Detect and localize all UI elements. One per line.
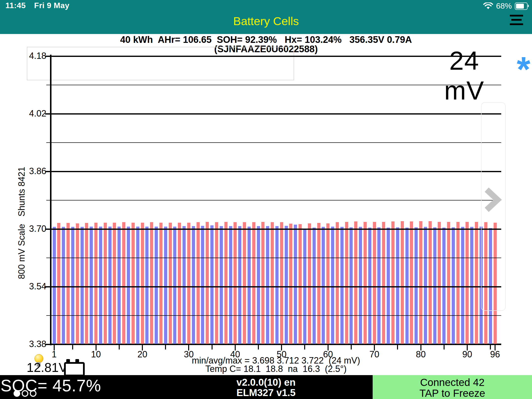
temperature-label: Temp C= 18.1 18.8 na 16.3 (2.5°) xyxy=(51,364,501,374)
x-tick-minor xyxy=(165,345,166,349)
y-tick-label: 4.18 xyxy=(24,51,46,61)
x-tick-minor xyxy=(119,345,120,349)
connection-status-line1: Connected 42 xyxy=(373,377,532,388)
x-tick xyxy=(96,345,97,350)
y-tick-label: 3.86 xyxy=(24,166,46,176)
battery-cells-chart: 800 mV Scale Shunts 8421 4.184.023.863.7… xyxy=(0,0,532,399)
x-tick xyxy=(420,345,421,350)
x-tick-minor xyxy=(351,345,352,349)
y-tick-minor xyxy=(46,258,51,258)
x-tick xyxy=(54,345,55,350)
x-tick-minor xyxy=(490,345,491,349)
x-tick xyxy=(142,345,143,350)
y-tick-minor xyxy=(46,142,51,143)
x-tick xyxy=(281,345,282,350)
y-tick-label: 4.02 xyxy=(24,108,46,119)
x-tick xyxy=(328,345,329,350)
chart-plot-area[interactable] xyxy=(51,56,501,344)
leafspy-battery-cells-screen: 11:45Fri 9 May 68% Battery Cells 40 kWh … xyxy=(0,0,532,399)
y-tick-minor xyxy=(46,315,51,316)
y-tick-minor xyxy=(46,85,51,85)
x-tick xyxy=(235,345,236,350)
y-tick-label: 3.54 xyxy=(24,281,46,292)
y-tick-label: 3.38 xyxy=(24,339,46,349)
x-tick-minor xyxy=(397,345,398,349)
x-tick xyxy=(374,345,375,350)
x-tick-minor xyxy=(212,345,213,349)
x-tick xyxy=(188,345,189,350)
aux-battery-voltage: 12.81V xyxy=(27,360,67,375)
y-axis-title: 800 mV Scale Shunts 8421 xyxy=(17,167,27,279)
x-tick-minor xyxy=(72,345,73,349)
x-tick xyxy=(467,345,468,350)
y-tick-label: 3.70 xyxy=(24,224,46,234)
x-tick-minor xyxy=(304,345,305,349)
y-tick-minor xyxy=(46,200,51,200)
tap-to-freeze-label: TAP to Freeze xyxy=(373,387,532,399)
chevron-right-icon[interactable] xyxy=(483,186,503,214)
connection-status-button[interactable]: Connected 42 TAP to Freeze xyxy=(373,375,532,399)
12v-battery-icon[interactable] xyxy=(64,359,83,374)
x-tick-minor xyxy=(258,345,259,349)
x-tick xyxy=(495,345,496,350)
x-tick-minor xyxy=(444,345,445,349)
